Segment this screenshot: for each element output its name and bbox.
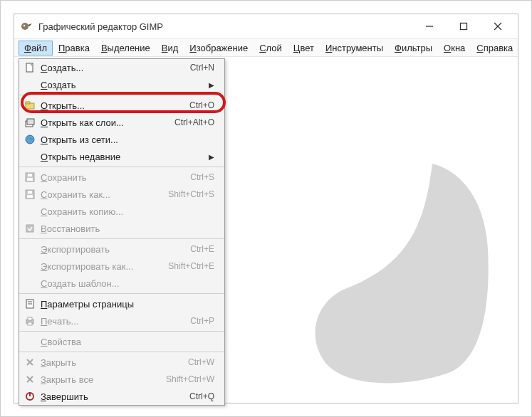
shortcut-label: Ctrl+S: [190, 172, 214, 182]
menu-изображение[interactable]: Изображение: [184, 41, 254, 56]
svg-rect-23: [28, 317, 32, 320]
shortcut-label: Shift+Ctrl+E: [168, 261, 214, 271]
menu-окна[interactable]: Окна: [438, 41, 471, 56]
menu-item-label: Свойства: [41, 337, 214, 347]
separator: [19, 352, 224, 352]
menu-label: Справка: [476, 43, 513, 53]
revert-icon: [24, 222, 36, 235]
minimize-button[interactable]: [419, 18, 439, 35]
menu-item-создать-шаблон---: Создать шаблон...: [19, 275, 224, 292]
close-button[interactable]: [488, 18, 508, 35]
menu-цвет[interactable]: Цвет: [288, 41, 320, 56]
menu-label: Слой: [259, 43, 282, 53]
svg-rect-14: [28, 174, 32, 176]
menu-item-экспортировать: ЭкспортироватьCtrl+E: [19, 241, 224, 258]
svg-rect-13: [27, 178, 33, 181]
menubar: ФайлПравкаВыделениеВидИзображениеСлойЦве…: [14, 38, 518, 57]
menu-правка[interactable]: Правка: [53, 41, 95, 56]
shortcut-label: Ctrl+Q: [189, 391, 214, 401]
shortcut-label: Shift+Ctrl+W: [166, 374, 214, 384]
close-icon: [24, 356, 36, 369]
menu-item-label: Экспортировать как...: [41, 261, 168, 272]
no-icon: [24, 205, 36, 218]
titlebar: Графический редактор GIMP: [14, 14, 518, 38]
separator: [19, 95, 224, 95]
separator: [19, 167, 224, 167]
menu-item-label: Закрыть: [41, 357, 188, 368]
menu-label: Инструменты: [325, 43, 383, 53]
save-icon: [24, 171, 36, 184]
menu-файл[interactable]: Файл: [19, 41, 53, 56]
menu-item-создать[interactable]: Создать▶: [19, 76, 224, 93]
separator: [19, 238, 224, 239]
menu-item-label: Открыть из сети...: [41, 134, 214, 145]
menu-инструменты[interactable]: Инструменты: [320, 41, 389, 56]
no-icon: [24, 260, 36, 273]
menu-label: Файл: [24, 43, 47, 53]
maximize-button[interactable]: [454, 18, 474, 35]
separator: [19, 293, 224, 294]
app-icon: [20, 20, 33, 33]
menu-item-открыть-недавние[interactable]: Открыть недавние▶: [19, 148, 224, 165]
menu-item-создать---[interactable]: Создать...Ctrl+N: [19, 59, 224, 76]
menu-item-label: Параметры страницы: [41, 299, 214, 310]
menu-item-label: Восстановить: [41, 223, 214, 234]
svg-point-1: [24, 25, 26, 27]
menu-item-открыть-из-сети---[interactable]: Открыть из сети...: [19, 131, 224, 148]
menu-item-label: Сохранить как...: [41, 189, 168, 200]
svg-rect-10: [27, 119, 34, 125]
no-icon: [24, 150, 36, 163]
page-setup-icon: [24, 297, 36, 310]
menu-вид[interactable]: Вид: [156, 41, 184, 56]
menu-слой[interactable]: Слой: [254, 41, 288, 56]
no-icon: [24, 277, 36, 290]
no-icon: [24, 335, 36, 348]
menu-item-label: Создать...: [41, 63, 190, 73]
new-file-icon: [24, 61, 36, 74]
menu-label: Вид: [162, 43, 179, 53]
menu-label: Правка: [58, 43, 90, 53]
menu-label: Окна: [444, 43, 465, 53]
menu-item-параметры-страницы[interactable]: Параметры страницы: [19, 295, 224, 312]
menu-item-открыть---[interactable]: Открыть...Ctrl+O: [19, 97, 224, 114]
app-window: Графический редактор GIMP ФайлПравкаВыде…: [14, 14, 518, 403]
menu-item-label: Открыть...: [41, 100, 189, 111]
gimp-watermark: [304, 164, 489, 384]
menu-item-label: Завершить: [41, 391, 189, 402]
folder-icon: [24, 99, 36, 112]
menu-item-открыть-как-слои---[interactable]: Открыть как слои...Ctrl+Alt+O: [19, 114, 224, 131]
menu-item-label: Сохранить: [41, 172, 190, 183]
svg-point-0: [21, 23, 28, 30]
menu-справка[interactable]: Справка: [471, 41, 518, 56]
shortcut-label: Ctrl+N: [190, 63, 214, 73]
svg-rect-24: [28, 322, 32, 325]
menu-item-сохранить-копию---: Сохранить копию...: [19, 203, 224, 220]
menu-label: Изображение: [189, 43, 248, 53]
menu-label: Выделение: [101, 43, 150, 53]
no-icon: [24, 243, 36, 255]
menu-выделение[interactable]: Выделение: [95, 41, 156, 56]
menu-item-label: Закрыть все: [41, 374, 166, 385]
shortcut-label: Ctrl+P: [190, 316, 214, 326]
layers-icon: [24, 116, 36, 129]
no-icon: [24, 78, 36, 91]
menu-item-закрыть-все: Закрыть всеShift+Ctrl+W: [19, 371, 224, 388]
menu-item-label: Открыть как слои...: [41, 117, 174, 128]
svg-rect-16: [27, 195, 33, 198]
globe-icon: [24, 133, 36, 146]
menu-item-восстановить: Восстановить: [19, 220, 224, 237]
menu-label: Фильтры: [395, 43, 432, 53]
quit-icon: [24, 390, 36, 403]
menu-item-label: Создать шаблон...: [41, 278, 214, 289]
menu-item-label: Печать...: [41, 316, 190, 327]
shortcut-label: Ctrl+E: [190, 244, 214, 254]
menu-item-label: Открыть недавние: [41, 152, 209, 162]
menu-item-свойства: Свойства: [19, 333, 224, 350]
shortcut-label: Shift+Ctrl+S: [168, 189, 214, 199]
submenu-arrow-icon: ▶: [209, 153, 214, 161]
svg-point-11: [26, 135, 34, 144]
shortcut-label: Ctrl+O: [189, 100, 214, 110]
menu-item-завершить[interactable]: ЗавершитьCtrl+Q: [19, 388, 224, 405]
file-menu-dropdown: Создать...Ctrl+NСоздать▶Открыть...Ctrl+O…: [19, 58, 225, 406]
menu-фильтры[interactable]: Фильтры: [389, 41, 438, 56]
